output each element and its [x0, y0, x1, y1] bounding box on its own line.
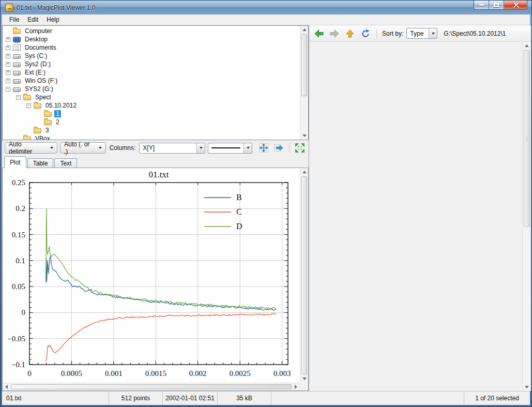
tree-expander-plus-icon[interactable]: +: [6, 70, 10, 75]
folder-icon: [13, 29, 21, 34]
tree-expander-minus-icon[interactable]: −: [16, 95, 21, 100]
tree-item-documents[interactable]: +Documents: [3, 43, 299, 52]
scroll-down-button[interactable]: [300, 375, 308, 383]
scroll-up-button[interactable]: [300, 26, 308, 34]
tree-expander-minus-icon[interactable]: −: [6, 87, 10, 92]
plot-vscrollbar[interactable]: [300, 168, 308, 383]
chevron-down-icon: [200, 147, 203, 149]
refresh-icon: [361, 29, 370, 38]
right-arrow-icon: [273, 143, 284, 153]
menu-help[interactable]: Help: [42, 14, 64, 25]
svg-text:D: D: [236, 222, 242, 231]
tree-expander-plus-icon[interactable]: +: [6, 37, 10, 42]
dropdown-button[interactable]: [196, 143, 205, 153]
scale-sync-button[interactable]: [257, 142, 270, 154]
status-file: 01.txt: [2, 391, 109, 405]
svg-text:0.1: 0.1: [16, 257, 25, 265]
tab-table[interactable]: Table: [27, 158, 54, 168]
scrollbar-thumb[interactable]: [301, 176, 307, 374]
tree-item-sys2-d[interactable]: +Sys2 (D:): [3, 60, 299, 68]
forward-arrow-icon: [329, 29, 340, 38]
drive-icon: [13, 87, 21, 92]
up-arrow-icon: [525, 44, 529, 47]
delimiter-select[interactable]: Auto delimiter: [5, 142, 57, 154]
tree-item-win-os-f[interactable]: +Win OS (F:): [3, 77, 299, 85]
scrollbar-thumb[interactable]: [301, 34, 307, 96]
maximize-button[interactable]: [489, 1, 504, 10]
up-arrow-icon: [345, 29, 355, 38]
refresh-button[interactable]: [359, 27, 372, 40]
tree-expander-plus-icon[interactable]: +: [6, 79, 10, 83]
scroll-left-button[interactable]: [3, 383, 10, 390]
tree-expander-plus-icon[interactable]: +: [6, 54, 10, 58]
sort-by-label: Sort by:: [381, 30, 404, 37]
plot-hscrollbar[interactable]: [3, 383, 300, 390]
tree-item-1[interactable]: 1: [3, 110, 299, 118]
tree-item-computer[interactable]: Computer: [3, 27, 299, 35]
tab-plot[interactable]: Plot: [4, 156, 26, 168]
scroll-right-button[interactable]: [292, 383, 300, 390]
scroll-up-button[interactable]: [300, 168, 308, 176]
file-tree: Computer+Desktop+Documents+Sys (C:)+Sys2…: [3, 27, 299, 140]
scale-apply-button[interactable]: [272, 142, 285, 154]
tree-item-05-10-2012[interactable]: −05.10.2012: [3, 101, 299, 110]
scale-fit-button[interactable]: [294, 142, 306, 154]
status-date: 2002-01-01 02:51: [162, 391, 217, 405]
tree-expander-minus-icon[interactable]: −: [26, 103, 31, 108]
forward-button[interactable]: [328, 27, 341, 40]
tree-scrollbar[interactable]: [300, 26, 308, 140]
tree-item-spect[interactable]: −Spect: [3, 93, 299, 101]
delimiter-value: Auto delimiter: [9, 141, 47, 155]
tree-item-label: 1: [54, 110, 61, 117]
tree-item-sys-c[interactable]: +Sys (C:): [3, 52, 299, 60]
tree-item-desktop[interactable]: +Desktop: [3, 35, 299, 43]
tree-item-2[interactable]: 2: [3, 118, 299, 126]
drive-icon: [13, 79, 21, 84]
thumbnails-scrollbar[interactable]: [522, 42, 531, 391]
right-arrow-icon: [295, 385, 297, 389]
status-size: 35 kB: [217, 391, 271, 405]
tree-item-label: Sys (C:): [23, 52, 49, 59]
tree-item-ext-e[interactable]: +Ext (E:): [3, 68, 299, 77]
tree-expander-plus-icon[interactable]: +: [6, 62, 10, 67]
line-style-sample: [211, 147, 240, 148]
dropdown-button[interactable]: [244, 143, 252, 153]
up-button[interactable]: [343, 27, 357, 40]
tree-item-sys2-g[interactable]: −SYS2 (G:): [3, 85, 299, 93]
tree-item-vbox[interactable]: VBox: [3, 134, 299, 140]
minimize-button[interactable]: [474, 1, 489, 10]
chevron-down-icon: [247, 147, 250, 149]
svg-text:0.15: 0.15: [12, 231, 25, 239]
tree-expander-plus-icon[interactable]: +: [6, 46, 10, 50]
expand-icon: [295, 143, 305, 153]
scroll-down-button[interactable]: [523, 383, 531, 391]
scrollbar-thumb[interactable]: [524, 50, 530, 227]
sort-value: Type: [407, 30, 429, 37]
tree-item-label: Ext (E:): [23, 69, 47, 76]
svg-text:0: 0: [22, 308, 26, 316]
svg-text:C: C: [236, 207, 242, 216]
scrollbar-thumb[interactable]: [11, 384, 292, 389]
svg-text:0.2: 0.2: [16, 204, 25, 213]
back-button[interactable]: [312, 27, 326, 40]
tab-text[interactable]: Text: [54, 158, 77, 168]
app-icon: [5, 4, 13, 12]
columns-select[interactable]: X[Y]: [139, 143, 205, 154]
svg-text:0.003: 0.003: [273, 369, 291, 378]
linestyle-select[interactable]: [208, 143, 252, 154]
scroll-down-button[interactable]: [300, 132, 308, 140]
sort-select[interactable]: Type: [406, 28, 437, 39]
tree-item-3[interactable]: 3: [3, 126, 299, 134]
decimal-select[interactable]: Auto (. or ,): [60, 142, 106, 154]
down-arrow-icon: [525, 386, 529, 388]
tree-item-label: Desktop: [23, 36, 49, 43]
close-button[interactable]: [504, 1, 527, 10]
menu-file[interactable]: File: [5, 14, 23, 25]
menu-edit[interactable]: Edit: [23, 14, 42, 25]
titlebar[interactable]: 01.txt - MagicPlot Viewer 1.0: [1, 1, 531, 14]
chevron-down-icon: [50, 147, 53, 149]
folder-icon: [34, 128, 41, 133]
dropdown-button[interactable]: [429, 28, 437, 38]
scroll-up-button[interactable]: [523, 42, 531, 50]
file-tree-panel: Computer+Desktop+Documents+Sys (C:)+Sys2…: [2, 25, 309, 140]
